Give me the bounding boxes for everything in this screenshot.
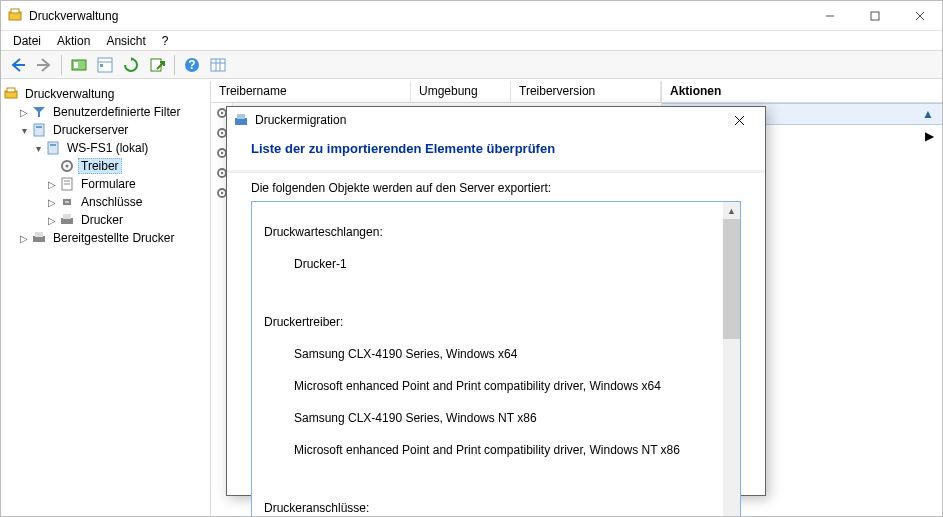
- server-icon: [45, 140, 61, 156]
- tree-view[interactable]: Druckverwaltung ▷ Benutzerdefinierte Fil…: [1, 81, 211, 516]
- driver-icon: [59, 158, 75, 174]
- list-heading-queues: Druckwarteschlangen:: [258, 224, 734, 240]
- back-icon[interactable]: [6, 53, 30, 77]
- svg-rect-21: [7, 88, 15, 92]
- actions-header: Aktionen: [662, 81, 942, 103]
- filter-icon: [31, 104, 47, 120]
- dialog-title-bar: Druckermigration: [227, 107, 765, 133]
- menu-bar: Datei Aktion Ansicht ?: [1, 31, 942, 51]
- scroll-up-icon[interactable]: ▲: [723, 202, 740, 219]
- tree-label: Druckerserver: [50, 122, 131, 138]
- show-console-icon[interactable]: [67, 53, 91, 77]
- tree-root[interactable]: Druckverwaltung: [1, 85, 210, 103]
- tree-label: Druckverwaltung: [22, 86, 117, 102]
- scroll-thumb[interactable]: [723, 219, 740, 339]
- printer-icon: [59, 212, 75, 228]
- tree-forms[interactable]: ▷ Formulare: [1, 175, 210, 193]
- tree-printers[interactable]: ▷ Drucker: [1, 211, 210, 229]
- maximize-button[interactable]: [852, 1, 897, 31]
- tree-label: WS-FS1 (lokal): [64, 140, 151, 156]
- tree-deployed-printers[interactable]: ▷ Bereitgestellte Drucker: [1, 229, 210, 247]
- printer-migration-dialog: Druckermigration Liste der zu importiere…: [226, 106, 766, 496]
- refresh-icon[interactable]: [119, 53, 143, 77]
- column-headers: Treibername Umgebung Treiberversion: [211, 81, 661, 103]
- svg-rect-22: [34, 124, 44, 136]
- properties-icon[interactable]: [93, 53, 117, 77]
- svg-point-46: [220, 192, 222, 194]
- tree-expander-icon[interactable]: ▷: [45, 179, 59, 190]
- tree-label: Treiber: [78, 158, 122, 174]
- collapse-icon[interactable]: ▲: [922, 107, 934, 121]
- col-environment[interactable]: Umgebung: [411, 81, 511, 102]
- svg-rect-12: [100, 64, 103, 67]
- tree-label: Drucker: [78, 212, 126, 228]
- svg-rect-23: [36, 126, 42, 128]
- print-mgmt-icon: [3, 86, 19, 102]
- tree-expander-icon[interactable]: ▷: [17, 233, 31, 244]
- svg-rect-32: [65, 201, 69, 203]
- scroll-track[interactable]: [723, 339, 740, 517]
- svg-text:?: ?: [188, 58, 195, 72]
- columns-icon[interactable]: [206, 53, 230, 77]
- port-icon: [59, 194, 75, 210]
- svg-rect-25: [50, 144, 56, 146]
- svg-point-42: [220, 152, 222, 154]
- tree-expander-icon[interactable]: ▷: [45, 215, 59, 226]
- tree-label: Formulare: [78, 176, 139, 192]
- tree-expander-icon[interactable]: ▾: [31, 143, 45, 154]
- svg-rect-48: [237, 114, 245, 119]
- svg-rect-36: [35, 232, 43, 237]
- list-item: Drucker-1: [258, 256, 734, 272]
- tree-local-server[interactable]: ▾ WS-FS1 (lokal): [1, 139, 210, 157]
- tree-custom-filters[interactable]: ▷ Benutzerdefinierte Filter: [1, 103, 210, 121]
- svg-point-38: [220, 112, 222, 114]
- svg-rect-34: [63, 214, 71, 219]
- help-icon[interactable]: ?: [180, 53, 204, 77]
- tree-print-servers[interactable]: ▾ Druckerserver: [1, 121, 210, 139]
- menu-ansicht[interactable]: Ansicht: [98, 32, 153, 50]
- svg-rect-47: [235, 118, 247, 125]
- import-list[interactable]: Druckwarteschlangen: Drucker-1 Druckertr…: [251, 201, 741, 517]
- tree-expander-icon[interactable]: ▾: [17, 125, 31, 136]
- svg-point-44: [220, 172, 222, 174]
- tree-ports[interactable]: ▷ Anschlüsse: [1, 193, 210, 211]
- menu-aktion[interactable]: Aktion: [49, 32, 98, 50]
- svg-rect-3: [871, 12, 879, 20]
- svg-rect-9: [74, 62, 78, 68]
- toolbar: ?: [1, 51, 942, 79]
- minimize-button[interactable]: [807, 1, 852, 31]
- tree-label: Anschlüsse: [78, 194, 145, 210]
- list-item: Samsung CLX-4190 Series, Windows x64: [258, 346, 734, 362]
- svg-rect-13: [151, 59, 161, 71]
- toolbar-separator: [174, 55, 175, 75]
- title-bar: Druckverwaltung: [1, 1, 942, 31]
- col-drivername[interactable]: Treibername: [211, 81, 411, 102]
- migration-icon: [233, 112, 249, 128]
- printer-icon: [31, 230, 47, 246]
- vertical-scrollbar[interactable]: ▲ ▼: [723, 202, 740, 517]
- dialog-heading: Liste der zu importierenden Elemente übe…: [227, 133, 765, 170]
- import-list-content: Druckwarteschlangen: Drucker-1 Druckertr…: [258, 208, 734, 517]
- list-item: Microsoft enhanced Point and Print compa…: [258, 378, 734, 394]
- chevron-right-icon: ▶: [925, 129, 934, 143]
- svg-point-40: [220, 132, 222, 134]
- app-window: Druckverwaltung Datei Aktion Ansicht ? ?: [0, 0, 943, 517]
- window-controls: [807, 1, 942, 31]
- svg-point-27: [66, 165, 69, 168]
- dialog-body: Die folgenden Objekte werden auf den Ser…: [227, 173, 765, 517]
- app-icon: [7, 8, 23, 24]
- menu-datei[interactable]: Datei: [5, 32, 49, 50]
- dialog-title: Druckermigration: [255, 113, 719, 127]
- dialog-close-button[interactable]: [719, 107, 759, 133]
- tree-expander-icon[interactable]: ▷: [17, 107, 31, 118]
- tree-label: Bereitgestellte Drucker: [50, 230, 177, 246]
- tree-drivers[interactable]: Treiber: [1, 157, 210, 175]
- tree-expander-icon[interactable]: ▷: [45, 197, 59, 208]
- close-button[interactable]: [897, 1, 942, 31]
- col-version[interactable]: Treiberversion: [511, 81, 661, 102]
- export-icon[interactable]: [145, 53, 169, 77]
- menu-help[interactable]: ?: [154, 32, 177, 50]
- forward-icon[interactable]: [32, 53, 56, 77]
- svg-rect-24: [48, 142, 58, 154]
- forms-icon: [59, 176, 75, 192]
